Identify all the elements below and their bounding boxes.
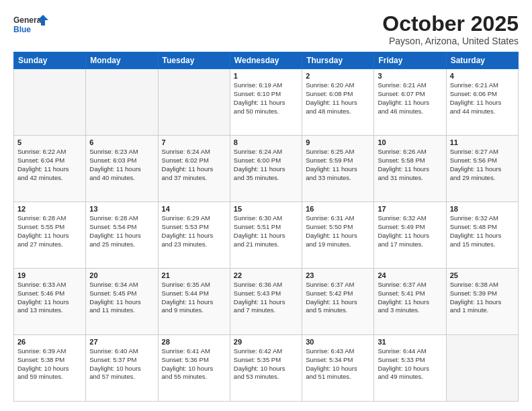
- header-sunday: Sunday: [14, 52, 86, 69]
- day-info: Sunrise: 6:32 AM Sunset: 5:48 PM Dayligh…: [450, 214, 515, 248]
- month-title: October 2025: [382, 12, 519, 36]
- day-number: 12: [17, 205, 82, 213]
- header-saturday: Saturday: [446, 52, 518, 69]
- table-cell: [86, 69, 158, 136]
- table-cell: 20Sunrise: 6:34 AM Sunset: 5:45 PM Dayli…: [86, 269, 158, 335]
- day-number: 13: [89, 205, 154, 213]
- day-number: 27: [89, 338, 154, 346]
- day-info: Sunrise: 6:21 AM Sunset: 6:06 PM Dayligh…: [450, 81, 515, 116]
- table-cell: 9Sunrise: 6:25 AM Sunset: 5:59 PM Daylig…: [302, 136, 374, 202]
- day-info: Sunrise: 6:30 AM Sunset: 5:51 PM Dayligh…: [234, 214, 298, 248]
- day-number: 1: [234, 72, 298, 80]
- day-info: Sunrise: 6:39 AM Sunset: 5:38 PM Dayligh…: [17, 347, 82, 381]
- day-number: 26: [17, 338, 82, 346]
- day-number: 19: [17, 271, 82, 279]
- location: Payson, Arizona, United States: [382, 36, 519, 46]
- day-number: 9: [306, 138, 370, 146]
- day-number: 25: [450, 271, 515, 279]
- day-info: Sunrise: 6:35 AM Sunset: 5:44 PM Dayligh…: [162, 281, 226, 315]
- header: General Blue October 2025 Payson, Arizon…: [13, 12, 519, 46]
- day-info: Sunrise: 6:29 AM Sunset: 5:53 PM Dayligh…: [162, 214, 226, 248]
- day-info: Sunrise: 6:25 AM Sunset: 5:59 PM Dayligh…: [306, 148, 370, 182]
- day-info: Sunrise: 6:38 AM Sunset: 5:39 PM Dayligh…: [450, 281, 515, 315]
- day-info: Sunrise: 6:37 AM Sunset: 5:41 PM Dayligh…: [378, 281, 442, 315]
- table-cell: 25Sunrise: 6:38 AM Sunset: 5:39 PM Dayli…: [446, 269, 518, 335]
- table-cell: 23Sunrise: 6:37 AM Sunset: 5:42 PM Dayli…: [302, 269, 374, 335]
- table-cell: 5Sunrise: 6:22 AM Sunset: 6:04 PM Daylig…: [14, 136, 86, 202]
- day-info: Sunrise: 6:37 AM Sunset: 5:42 PM Dayligh…: [306, 281, 370, 315]
- table-cell: 16Sunrise: 6:31 AM Sunset: 5:50 PM Dayli…: [302, 202, 374, 269]
- day-number: 5: [17, 138, 82, 146]
- logo: General Blue: [13, 12, 48, 36]
- table-cell: 2Sunrise: 6:20 AM Sunset: 6:08 PM Daylig…: [302, 69, 374, 136]
- table-cell: 17Sunrise: 6:32 AM Sunset: 5:49 PM Dayli…: [374, 202, 446, 269]
- day-number: 30: [306, 338, 370, 346]
- weekday-header-row: Sunday Monday Tuesday Wednesday Thursday…: [14, 52, 519, 69]
- week-row-3: 12Sunrise: 6:28 AM Sunset: 5:55 PM Dayli…: [14, 202, 519, 269]
- day-number: 18: [450, 205, 515, 213]
- header-wednesday: Wednesday: [230, 52, 302, 69]
- table-cell: 21Sunrise: 6:35 AM Sunset: 5:44 PM Dayli…: [158, 269, 230, 335]
- table-cell: 19Sunrise: 6:33 AM Sunset: 5:46 PM Dayli…: [14, 269, 86, 335]
- day-info: Sunrise: 6:26 AM Sunset: 5:58 PM Dayligh…: [378, 148, 442, 182]
- week-row-4: 19Sunrise: 6:33 AM Sunset: 5:46 PM Dayli…: [14, 269, 519, 335]
- day-number: 4: [450, 72, 515, 80]
- table-cell: 26Sunrise: 6:39 AM Sunset: 5:38 PM Dayli…: [14, 335, 86, 402]
- table-cell: 27Sunrise: 6:40 AM Sunset: 5:37 PM Dayli…: [86, 335, 158, 402]
- table-cell: [446, 335, 518, 402]
- svg-text:Blue: Blue: [13, 25, 31, 34]
- table-cell: 10Sunrise: 6:26 AM Sunset: 5:58 PM Dayli…: [374, 136, 446, 202]
- day-number: 23: [306, 271, 370, 279]
- logo-svg: General Blue: [13, 12, 48, 36]
- day-number: 29: [234, 338, 298, 346]
- table-cell: 30Sunrise: 6:43 AM Sunset: 5:34 PM Dayli…: [302, 335, 374, 402]
- table-cell: 6Sunrise: 6:23 AM Sunset: 6:03 PM Daylig…: [86, 136, 158, 202]
- day-info: Sunrise: 6:31 AM Sunset: 5:50 PM Dayligh…: [306, 214, 370, 248]
- table-cell: 12Sunrise: 6:28 AM Sunset: 5:55 PM Dayli…: [14, 202, 86, 269]
- day-info: Sunrise: 6:24 AM Sunset: 6:02 PM Dayligh…: [162, 148, 226, 182]
- title-block: October 2025 Payson, Arizona, United Sta…: [382, 12, 519, 46]
- day-info: Sunrise: 6:19 AM Sunset: 6:10 PM Dayligh…: [234, 81, 298, 116]
- table-cell: 15Sunrise: 6:30 AM Sunset: 5:51 PM Dayli…: [230, 202, 302, 269]
- day-number: 28: [162, 338, 226, 346]
- day-number: 2: [306, 72, 370, 80]
- day-number: 6: [89, 138, 154, 146]
- day-number: 10: [378, 138, 442, 146]
- day-number: 15: [234, 205, 298, 213]
- week-row-5: 26Sunrise: 6:39 AM Sunset: 5:38 PM Dayli…: [14, 335, 519, 402]
- table-cell: 8Sunrise: 6:24 AM Sunset: 6:00 PM Daylig…: [230, 136, 302, 202]
- table-cell: 14Sunrise: 6:29 AM Sunset: 5:53 PM Dayli…: [158, 202, 230, 269]
- day-number: 24: [378, 271, 442, 279]
- page: General Blue October 2025 Payson, Arizon…: [0, 0, 532, 411]
- day-info: Sunrise: 6:28 AM Sunset: 5:55 PM Dayligh…: [17, 214, 82, 248]
- header-thursday: Thursday: [302, 52, 374, 69]
- table-cell: 29Sunrise: 6:42 AM Sunset: 5:35 PM Dayli…: [230, 335, 302, 402]
- day-number: 31: [378, 338, 442, 346]
- day-info: Sunrise: 6:34 AM Sunset: 5:45 PM Dayligh…: [89, 281, 154, 315]
- table-cell: 1Sunrise: 6:19 AM Sunset: 6:10 PM Daylig…: [230, 69, 302, 136]
- day-info: Sunrise: 6:33 AM Sunset: 5:46 PM Dayligh…: [17, 281, 82, 315]
- day-number: 16: [306, 205, 370, 213]
- day-info: Sunrise: 6:24 AM Sunset: 6:00 PM Dayligh…: [234, 148, 298, 182]
- day-info: Sunrise: 6:22 AM Sunset: 6:04 PM Dayligh…: [17, 148, 82, 182]
- table-cell: 31Sunrise: 6:44 AM Sunset: 5:33 PM Dayli…: [374, 335, 446, 402]
- day-info: Sunrise: 6:44 AM Sunset: 5:33 PM Dayligh…: [378, 347, 442, 381]
- table-cell: [14, 69, 86, 136]
- day-info: Sunrise: 6:23 AM Sunset: 6:03 PM Dayligh…: [89, 148, 154, 182]
- day-info: Sunrise: 6:42 AM Sunset: 5:35 PM Dayligh…: [234, 347, 298, 381]
- header-friday: Friday: [374, 52, 446, 69]
- calendar-table: Sunday Monday Tuesday Wednesday Thursday…: [13, 52, 519, 402]
- table-cell: 22Sunrise: 6:36 AM Sunset: 5:43 PM Dayli…: [230, 269, 302, 335]
- table-cell: 4Sunrise: 6:21 AM Sunset: 6:06 PM Daylig…: [446, 69, 518, 136]
- day-info: Sunrise: 6:32 AM Sunset: 5:49 PM Dayligh…: [378, 214, 442, 248]
- day-number: 22: [234, 271, 298, 279]
- table-cell: 18Sunrise: 6:32 AM Sunset: 5:48 PM Dayli…: [446, 202, 518, 269]
- day-number: 11: [450, 138, 515, 146]
- table-cell: 13Sunrise: 6:28 AM Sunset: 5:54 PM Dayli…: [86, 202, 158, 269]
- day-info: Sunrise: 6:28 AM Sunset: 5:54 PM Dayligh…: [89, 214, 154, 248]
- table-cell: 28Sunrise: 6:41 AM Sunset: 5:36 PM Dayli…: [158, 335, 230, 402]
- day-info: Sunrise: 6:40 AM Sunset: 5:37 PM Dayligh…: [89, 347, 154, 381]
- day-number: 20: [89, 271, 154, 279]
- day-info: Sunrise: 6:21 AM Sunset: 6:07 PM Dayligh…: [378, 81, 442, 116]
- day-number: 21: [162, 271, 226, 279]
